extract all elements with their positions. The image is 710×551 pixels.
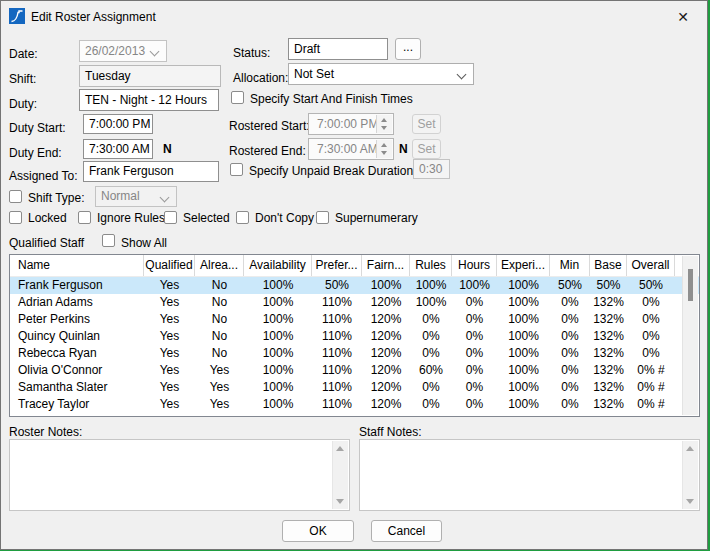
table-row[interactable]: Adrian AdamsYesNo100%110%120%100%0%100%0… xyxy=(10,294,699,311)
close-icon[interactable]: ✕ xyxy=(669,6,697,28)
dialog-title: Edit Roster Assignment xyxy=(31,10,156,24)
table-cell: 0% xyxy=(550,396,590,413)
table-row[interactable]: Peter PerkinsYesNo100%110%120%0%0%100%0%… xyxy=(10,311,699,328)
status-browse-button[interactable]: ... xyxy=(395,38,421,60)
scroll-down-icon[interactable] xyxy=(686,499,694,504)
table-cell: 110% xyxy=(312,396,362,413)
table-cell: Yes xyxy=(195,362,244,379)
column-header-hours[interactable]: Hours xyxy=(452,255,497,276)
scrollbar-thumb[interactable] xyxy=(688,269,693,301)
table-cell: 132% xyxy=(590,311,627,328)
flag-checkbox-selected[interactable] xyxy=(164,211,177,224)
table-cell: 132% xyxy=(590,379,627,396)
date-label: Date: xyxy=(9,47,38,61)
column-header-alrea[interactable]: Alrea... xyxy=(195,255,244,276)
table-row[interactable]: Frank FergusonYesNo100%50%100%100%100%10… xyxy=(10,277,699,294)
duty-start-label: Duty Start: xyxy=(9,121,66,135)
flag-checkbox-don-t-copy[interactable] xyxy=(236,211,249,224)
shift-field[interactable]: Tuesday xyxy=(79,65,221,87)
rostered-start-spinner[interactable]: 7:00:00 PM xyxy=(308,113,394,135)
show-all-checkbox[interactable] xyxy=(102,234,115,247)
table-cell: 132% xyxy=(590,294,627,311)
unpaid-break-field[interactable]: 0:30 xyxy=(413,159,450,179)
column-header-base[interactable]: Base xyxy=(590,255,627,276)
table-cell: 0% xyxy=(410,396,452,413)
cancel-button[interactable]: Cancel xyxy=(371,520,442,542)
edit-roster-assignment-dialog: Edit Roster Assignment ✕ Date: 26/02/201… xyxy=(0,0,708,550)
rostered-end-spinner[interactable]: 7:30:00 AM xyxy=(308,138,394,160)
scroll-up-icon[interactable] xyxy=(336,446,344,451)
table-cell: 50% xyxy=(312,277,362,294)
rostered-start-set-button[interactable]: Set xyxy=(412,114,441,134)
table-row[interactable]: Olivia O'ConnorYesYes100%110%120%60%0%10… xyxy=(10,362,699,379)
status-value: Draft xyxy=(294,42,320,56)
allocation-combo[interactable]: Not Set xyxy=(288,63,474,85)
flag-checkbox-ignore-rules[interactable] xyxy=(78,211,91,224)
shift-type-checkbox[interactable] xyxy=(9,190,22,203)
table-cell: 120% xyxy=(362,328,410,345)
spinner-arrows-icon[interactable] xyxy=(376,115,392,133)
staff-notes-scrollbar[interactable] xyxy=(682,441,698,509)
status-field[interactable]: Draft xyxy=(288,38,388,60)
table-cell: 100% xyxy=(497,396,550,413)
table-vertical-scrollbar[interactable] xyxy=(682,256,698,415)
table-cell: 110% xyxy=(312,328,362,345)
specify-times-checkbox[interactable] xyxy=(231,91,244,104)
column-header-name[interactable]: Name xyxy=(10,255,144,276)
duty-start-field[interactable]: 7:00:00 PM xyxy=(83,114,153,134)
table-cell: 110% xyxy=(312,294,362,311)
duty-label: Duty: xyxy=(9,97,37,111)
flag-checkbox-locked[interactable] xyxy=(9,211,22,224)
specify-times-label: Specify Start And Finish Times xyxy=(250,92,413,106)
rostered-end-set-button[interactable]: Set xyxy=(412,139,441,159)
scroll-up-icon[interactable] xyxy=(686,446,694,451)
table-cell: Adrian Adams xyxy=(10,294,144,311)
flag-checkbox-supernumerary[interactable] xyxy=(316,211,329,224)
table-cell: 100% xyxy=(244,294,312,311)
scroll-down-icon[interactable] xyxy=(336,499,344,504)
table-cell: 100% xyxy=(244,379,312,396)
table-cell: No xyxy=(195,345,244,362)
table-row[interactable]: Quincy QuinlanYesNo100%110%120%0%0%100%0… xyxy=(10,328,699,345)
unpaid-break-checkbox[interactable] xyxy=(230,163,243,176)
table-row[interactable]: Tracey TaylorYesYes100%110%120%0%0%100%0… xyxy=(10,396,699,413)
table-cell: 100% xyxy=(244,362,312,379)
table-cell: 0% xyxy=(550,294,590,311)
table-cell: 0% xyxy=(452,328,497,345)
column-header-experi[interactable]: Experi... xyxy=(497,255,550,276)
table-row[interactable]: Samantha SlaterYesYes100%110%120%0%0%100… xyxy=(10,379,699,396)
table-body: Frank FergusonYesNo100%50%100%100%100%10… xyxy=(10,277,699,413)
roster-notes-scrollbar[interactable] xyxy=(332,441,348,509)
column-header-min[interactable]: Min xyxy=(550,255,590,276)
rostered-start-value: 7:00:00 PM xyxy=(317,117,378,131)
table-cell: Rebecca Ryan xyxy=(10,345,144,362)
table-cell: 100% xyxy=(497,328,550,345)
column-header-qualified[interactable]: Qualified xyxy=(144,255,195,276)
assigned-to-field[interactable]: Frank Ferguson xyxy=(83,161,219,182)
allocation-label: Allocation: xyxy=(233,71,288,85)
table-cell: 0% xyxy=(550,379,590,396)
column-header-availability[interactable]: Availability xyxy=(244,255,312,276)
assigned-to-label: Assigned To: xyxy=(9,169,78,183)
spinner-arrows-icon[interactable] xyxy=(376,140,392,158)
table-cell: 100% xyxy=(497,362,550,379)
table-cell: 100% xyxy=(410,294,452,311)
column-header-fairn[interactable]: Fairn... xyxy=(362,255,410,276)
ok-button[interactable]: OK xyxy=(282,520,354,542)
shift-type-combo[interactable]: Normal xyxy=(95,186,177,207)
duty-end-field[interactable]: 7:30:00 AM xyxy=(83,139,153,159)
chevron-down-icon xyxy=(457,70,467,80)
date-combo[interactable]: 26/02/2013 xyxy=(79,40,167,62)
staff-notes-textarea[interactable] xyxy=(359,439,700,511)
table-cell: 0% xyxy=(550,311,590,328)
duty-field[interactable]: TEN - Night - 12 Hours xyxy=(79,89,219,111)
column-header-overall[interactable]: Overall xyxy=(627,255,675,276)
rostered-start-label: Rostered Start: xyxy=(229,119,310,133)
table-cell: 0% xyxy=(627,345,675,362)
roster-notes-textarea[interactable] xyxy=(9,439,350,511)
column-header-rules[interactable]: Rules xyxy=(410,255,452,276)
table-cell: 110% xyxy=(312,362,362,379)
title-bar: Edit Roster Assignment ✕ xyxy=(1,1,707,31)
table-row[interactable]: Rebecca RyanYesNo100%110%120%0%0%100%0%1… xyxy=(10,345,699,362)
column-header-prefer[interactable]: Prefer... xyxy=(312,255,362,276)
